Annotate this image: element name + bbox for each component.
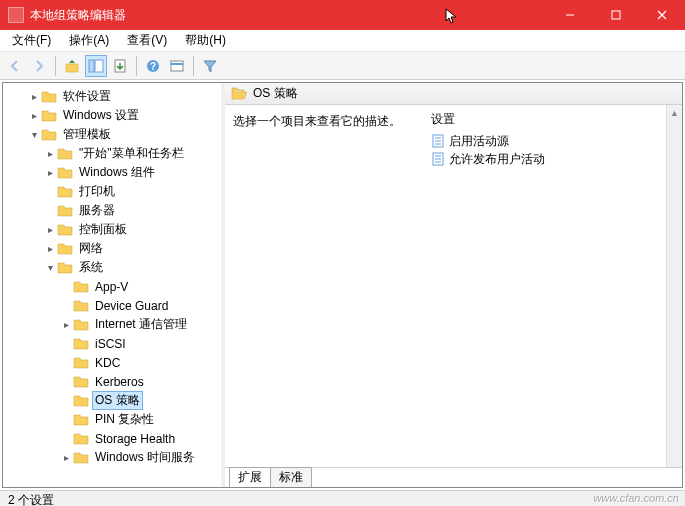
svg-text:?: ?: [150, 61, 156, 72]
toolbar: ?: [0, 52, 685, 80]
toolbar-divider: [136, 56, 137, 76]
tree-item-label: 控制面板: [77, 221, 129, 238]
tree-item[interactable]: ▸控制面板: [3, 220, 221, 239]
tree-item[interactable]: ▸App-V: [3, 277, 221, 296]
tree-item-label: Windows 设置: [61, 107, 141, 124]
tabs-row: 扩展 标准: [225, 467, 682, 487]
tree-item-label: Kerberos: [93, 375, 146, 389]
policy-icon: [431, 152, 445, 166]
tree-item-label: Windows 时间服务: [93, 449, 197, 466]
tree-item-label: Internet 通信管理: [93, 316, 189, 333]
chevron-right-icon[interactable]: ▸: [27, 90, 41, 104]
svg-rect-6: [95, 60, 103, 72]
menu-action[interactable]: 操作(A): [65, 30, 113, 51]
filter-button[interactable]: [199, 55, 221, 77]
tree-item[interactable]: ▸OS 策略: [3, 391, 221, 410]
chevron-right-icon[interactable]: ▸: [59, 451, 73, 465]
chevron-right-icon[interactable]: ▸: [43, 223, 57, 237]
svg-rect-1: [612, 11, 620, 19]
tab-extended[interactable]: 扩展: [229, 467, 271, 487]
main-area: ▸软件设置▸Windows 设置▾管理模板▸"开始"菜单和任务栏▸Windows…: [2, 82, 683, 488]
watermark: www.cfan.com.cn: [593, 492, 679, 504]
settings-header: 设置: [429, 111, 678, 128]
tree-item-label: 系统: [77, 259, 105, 276]
tree-item-label: 打印机: [77, 183, 117, 200]
content-header-label: OS 策略: [253, 85, 298, 102]
chevron-right-icon[interactable]: ▸: [27, 109, 41, 123]
close-button[interactable]: [639, 0, 685, 30]
chevron-right-icon[interactable]: ▸: [43, 166, 57, 180]
window-title: 本地组策略编辑器: [30, 7, 547, 24]
tree-item-label: KDC: [93, 356, 122, 370]
folder-open-icon: [231, 87, 247, 101]
tree-item[interactable]: ▸Kerberos: [3, 372, 221, 391]
vertical-scrollbar[interactable]: ▲: [666, 105, 682, 467]
content-header: OS 策略: [225, 83, 682, 105]
content-pane: OS 策略 选择一个项目来查看它的描述。 设置 启用活动源允许发布用户活动 ▲ …: [225, 83, 682, 487]
status-bar: 2 个设置: [0, 490, 685, 506]
tree-item-label: App-V: [93, 280, 130, 294]
tree-item[interactable]: ▸网络: [3, 239, 221, 258]
status-text: 2 个设置: [8, 492, 54, 506]
tree-item[interactable]: ▸Windows 组件: [3, 163, 221, 182]
toolbar-divider: [193, 56, 194, 76]
tree-item-label: PIN 复杂性: [93, 411, 156, 428]
tree-item-label: 软件设置: [61, 88, 113, 105]
properties-button[interactable]: [166, 55, 188, 77]
export-list-button[interactable]: [109, 55, 131, 77]
svg-rect-5: [89, 60, 94, 72]
help-button[interactable]: ?: [142, 55, 164, 77]
setting-item[interactable]: 允许发布用户活动: [429, 150, 678, 168]
tree-item-label: "开始"菜单和任务栏: [77, 145, 186, 162]
tree-item[interactable]: ▸软件设置: [3, 87, 221, 106]
tree-item-label: Device Guard: [93, 299, 170, 313]
tree-item[interactable]: ▸Storage Health: [3, 429, 221, 448]
chevron-down-icon[interactable]: ▾: [43, 261, 57, 275]
menu-bar: 文件(F) 操作(A) 查看(V) 帮助(H): [0, 30, 685, 52]
title-bar: 本地组策略编辑器: [0, 0, 685, 30]
tree-item[interactable]: ▸打印机: [3, 182, 221, 201]
menu-view[interactable]: 查看(V): [123, 30, 171, 51]
scroll-up-icon[interactable]: ▲: [667, 105, 682, 121]
menu-help[interactable]: 帮助(H): [181, 30, 230, 51]
setting-label: 启用活动源: [449, 133, 509, 150]
tree-item[interactable]: ▸KDC: [3, 353, 221, 372]
tree-item[interactable]: ▾管理模板: [3, 125, 221, 144]
description-prompt: 选择一个项目来查看它的描述。: [233, 113, 417, 130]
setting-item[interactable]: 启用活动源: [429, 132, 678, 150]
policy-icon: [431, 134, 445, 148]
svg-rect-10: [171, 61, 183, 71]
tree-item-label: Windows 组件: [77, 164, 157, 181]
tree-item[interactable]: ▸服务器: [3, 201, 221, 220]
tab-standard[interactable]: 标准: [270, 467, 312, 487]
menu-file[interactable]: 文件(F): [8, 30, 55, 51]
tree-item[interactable]: ▸"开始"菜单和任务栏: [3, 144, 221, 163]
tree-item-label: OS 策略: [93, 392, 142, 409]
back-button[interactable]: [4, 55, 26, 77]
chevron-right-icon[interactable]: ▸: [43, 242, 57, 256]
tree-item-label: 管理模板: [61, 126, 113, 143]
maximize-button[interactable]: [593, 0, 639, 30]
tree-item[interactable]: ▸Internet 通信管理: [3, 315, 221, 334]
tree-item[interactable]: ▸PIN 复杂性: [3, 410, 221, 429]
tree-item[interactable]: ▸Windows 设置: [3, 106, 221, 125]
up-button[interactable]: [61, 55, 83, 77]
tree-item-label: Storage Health: [93, 432, 177, 446]
forward-button[interactable]: [28, 55, 50, 77]
show-tree-button[interactable]: [85, 55, 107, 77]
tree-pane[interactable]: ▸软件设置▸Windows 设置▾管理模板▸"开始"菜单和任务栏▸Windows…: [3, 83, 221, 487]
chevron-right-icon[interactable]: ▸: [59, 318, 73, 332]
tree-item[interactable]: ▸Windows 时间服务: [3, 448, 221, 467]
tree-item[interactable]: ▸Device Guard: [3, 296, 221, 315]
toolbar-divider: [55, 56, 56, 76]
setting-label: 允许发布用户活动: [449, 151, 545, 168]
chevron-right-icon[interactable]: ▸: [43, 147, 57, 161]
chevron-down-icon[interactable]: ▾: [27, 128, 41, 142]
tree-item[interactable]: ▸iSCSI: [3, 334, 221, 353]
settings-column: 设置 启用活动源允许发布用户活动: [425, 105, 682, 467]
minimize-button[interactable]: [547, 0, 593, 30]
tree-item[interactable]: ▾系统: [3, 258, 221, 277]
tree-item-label: 网络: [77, 240, 105, 257]
tree-item-label: 服务器: [77, 202, 117, 219]
svg-rect-4: [66, 64, 78, 72]
